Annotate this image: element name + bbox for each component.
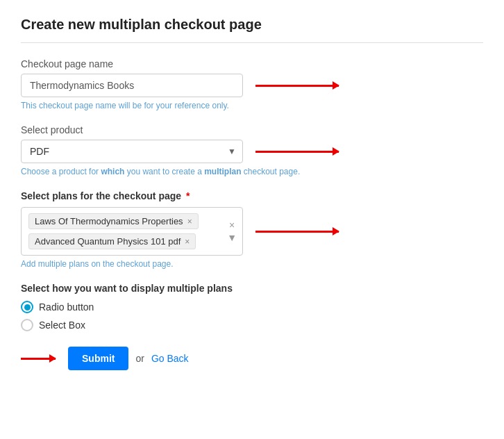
arrow-line-plans bbox=[255, 231, 339, 233]
plan-tag-1-label: Laws Of Thermodynamics Properties bbox=[35, 216, 183, 226]
radio-circle-select[interactable] bbox=[21, 319, 33, 331]
submit-row: Submit or Go Back bbox=[21, 347, 483, 370]
plans-clear-icon[interactable]: × bbox=[229, 220, 235, 230]
radio-label-select: Select Box bbox=[39, 320, 85, 331]
checkout-name-hint: This checkout page name will be for your… bbox=[21, 101, 483, 110]
checkout-name-label: Checkout page name bbox=[21, 58, 483, 69]
select-product-hint: Choose a product for which you want to c… bbox=[21, 167, 483, 176]
plans-hint: Add multiple plans on the checkout page. bbox=[21, 259, 483, 269]
select-plans-label-text: Select plans for the checkout page bbox=[21, 190, 181, 201]
divider bbox=[21, 42, 483, 43]
select-product-group: Select product PDF eBook Course ▼ Choose… bbox=[21, 124, 483, 176]
radio-label-radio: Radio button bbox=[39, 301, 94, 313]
page-title: Create new multiplan checkout page bbox=[21, 17, 483, 33]
arrow-line-product bbox=[255, 151, 339, 153]
plans-box: Laws Of Thermodynamics Properties × Adva… bbox=[21, 207, 243, 256]
select-product-label: Select product bbox=[21, 124, 483, 135]
select-plans-label: Select plans for the checkout page * bbox=[21, 190, 483, 201]
radio-option-radio[interactable]: Radio button bbox=[21, 301, 483, 313]
plan-tag-2-remove[interactable]: × bbox=[185, 238, 190, 246]
select-plans-group: Select plans for the checkout page * Law… bbox=[21, 190, 483, 269]
plan-tag-2: Advanced Quantum Physics 101 pdf × bbox=[28, 233, 196, 249]
plan-tag-1-remove[interactable]: × bbox=[187, 217, 192, 226]
go-back-link[interactable]: Go Back bbox=[151, 353, 189, 364]
arrow-name bbox=[255, 85, 339, 87]
product-select[interactable]: PDF eBook Course bbox=[21, 140, 243, 163]
plans-chevron-icon[interactable]: ▼ bbox=[227, 233, 237, 242]
required-marker: * bbox=[186, 190, 190, 201]
submit-button[interactable]: Submit bbox=[68, 347, 128, 370]
display-options-section: Select how you want to display multiple … bbox=[21, 283, 483, 331]
checkout-name-group: Checkout page name This checkout page na… bbox=[21, 58, 483, 110]
plan-tag-1: Laws Of Thermodynamics Properties × bbox=[28, 213, 199, 229]
display-options-label: Select how you want to display multiple … bbox=[21, 283, 483, 294]
arrow-line-name bbox=[255, 85, 339, 87]
checkout-name-input[interactable] bbox=[21, 74, 243, 97]
product-select-wrapper: PDF eBook Course ▼ bbox=[21, 140, 243, 163]
plan-tag-2-label: Advanced Quantum Physics 101 pdf bbox=[35, 236, 180, 247]
arrow-submit bbox=[21, 358, 56, 360]
or-label: or bbox=[135, 353, 144, 364]
arrow-product bbox=[255, 151, 339, 153]
arrow-plans bbox=[255, 231, 339, 233]
plans-box-controls: × ▼ bbox=[227, 220, 237, 242]
radio-circle-radio[interactable] bbox=[21, 301, 33, 313]
radio-option-select[interactable]: Select Box bbox=[21, 319, 483, 331]
